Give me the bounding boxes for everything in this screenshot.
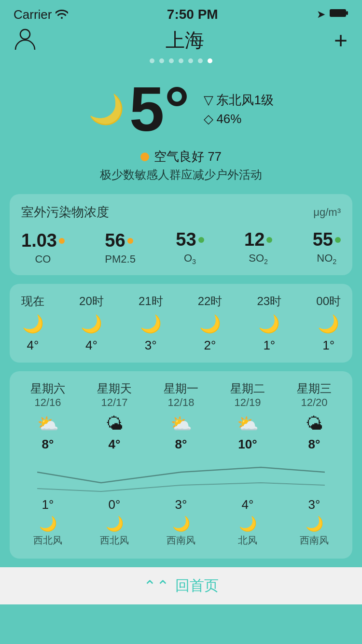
humidity-info: ◇ 46% bbox=[204, 112, 273, 126]
footer[interactable]: ⌃⌃ 回首页 bbox=[0, 567, 362, 604]
weekly-low-grid: 1° 🌙 西北风 0° 🌙 西北风 3° 🌙 西南风 4° 🌙 北风 3° 🌙 … bbox=[21, 497, 341, 547]
hourly-moon-3: 🌙 bbox=[198, 314, 223, 334]
hourly-card: 现在 🌙 4° 20时 🌙 4° 21时 🌙 3° 22时 🌙 2° 23时 🌙… bbox=[10, 284, 352, 363]
no2-indicator bbox=[335, 237, 341, 243]
pm25-indicator bbox=[127, 238, 133, 244]
hourly-item-1: 20时 🌙 4° bbox=[79, 294, 104, 353]
city-title: 上海 bbox=[166, 27, 204, 54]
aqi-line: 空气良好 77 bbox=[0, 148, 362, 165]
low-item-0: 1° 🌙 西北风 bbox=[21, 497, 74, 547]
wifi-signal-icon bbox=[56, 7, 68, 22]
low-moon-2: 🌙 bbox=[154, 515, 208, 532]
wind-info: ▽ 东北风1级 bbox=[204, 92, 273, 109]
pollution-header: 室外污染物浓度 μg/m³ bbox=[21, 204, 341, 221]
status-bar: Carrier 7:50 PM ➤ bbox=[0, 0, 362, 23]
drop-icon: ◇ bbox=[204, 112, 213, 126]
aqi-desc: 极少数敏感人群应减少户外活动 bbox=[0, 167, 362, 182]
dot-3 bbox=[169, 58, 174, 63]
hourly-moon-5: 🌙 bbox=[316, 314, 341, 334]
hourly-item-0: 现在 🌙 4° bbox=[21, 294, 44, 353]
hourly-item-5: 00时 🌙 1° bbox=[316, 294, 341, 353]
wind-label: 东北风1级 bbox=[216, 92, 273, 109]
weather-details: ▽ 东北风1级 ◇ 46% bbox=[204, 92, 273, 126]
weekly-cloud-3: ⛅ bbox=[221, 414, 274, 434]
low-item-3: 4° 🌙 北风 bbox=[221, 497, 274, 547]
weekly-item-0: 星期六 12/16 ⛅ 8° bbox=[21, 381, 74, 454]
so2-indicator bbox=[266, 237, 272, 243]
dot-4 bbox=[179, 58, 183, 63]
hourly-item-4: 23时 🌙 1° bbox=[257, 294, 281, 353]
battery-icon bbox=[329, 8, 348, 21]
temperature: 5° bbox=[129, 78, 189, 140]
chevron-up-icon: ⌃⌃ bbox=[143, 577, 169, 595]
low-item-4: 3° 🌙 西南风 bbox=[288, 497, 341, 547]
dot-2 bbox=[159, 58, 164, 63]
header: 上海 + bbox=[0, 23, 362, 56]
low-moon-4: 🌙 bbox=[288, 515, 341, 532]
status-time: 7:50 PM bbox=[167, 7, 218, 22]
footer-label: 回首页 bbox=[175, 576, 219, 596]
weekly-cloud-2: ⛅ bbox=[154, 414, 208, 434]
dot-5 bbox=[188, 58, 193, 63]
weekly-cloud-0: ⛅ bbox=[21, 414, 74, 434]
pollution-co: 1.03 CO bbox=[21, 230, 65, 266]
weekly-item-2: 星期一 12/18 ⛅ 8° bbox=[154, 381, 208, 454]
co-indicator bbox=[59, 238, 65, 244]
pollution-pm25: 56 PM2.5 bbox=[105, 230, 136, 266]
dot-6 bbox=[198, 58, 203, 63]
low-moon-3: 🌙 bbox=[221, 515, 274, 532]
weekly-item-3: 星期二 12/19 ⛅ 10° bbox=[221, 381, 274, 454]
svg-rect-0 bbox=[330, 9, 346, 17]
aqi-section: 空气良好 77 极少数敏感人群应减少户外活动 bbox=[0, 140, 362, 185]
weekly-sun-1: 🌤 bbox=[88, 414, 141, 434]
dot-1 bbox=[150, 58, 154, 63]
hourly-moon-1: 🌙 bbox=[79, 314, 104, 334]
dot-7 bbox=[208, 58, 212, 63]
hourly-grid: 现在 🌙 4° 20时 🌙 4° 21时 🌙 3° 22时 🌙 2° 23时 🌙… bbox=[21, 294, 341, 353]
weekly-card: 星期六 12/16 ⛅ 8° 星期天 12/17 🌤 4° 星期一 12/18 … bbox=[10, 371, 352, 559]
location-arrow-icon: ➤ bbox=[317, 8, 325, 21]
low-item-1: 0° 🌙 西北风 bbox=[88, 497, 141, 547]
page-dots bbox=[0, 56, 362, 68]
weekly-item-1: 星期天 12/17 🌤 4° bbox=[88, 381, 141, 454]
low-moon-0: 🌙 bbox=[21, 515, 74, 532]
pollution-grid: 1.03 CO 56 PM2.5 53 O3 12 SO2 bbox=[21, 229, 341, 266]
o3-indicator bbox=[198, 237, 204, 243]
hourly-moon-2: 🌙 bbox=[139, 314, 163, 334]
low-moon-1: 🌙 bbox=[88, 515, 141, 532]
carrier: Carrier bbox=[14, 7, 68, 22]
pollution-no2: 55 NO2 bbox=[313, 229, 341, 266]
status-right: ➤ bbox=[317, 8, 348, 21]
svg-point-2 bbox=[20, 29, 30, 39]
hourly-moon-4: 🌙 bbox=[257, 314, 281, 334]
add-button[interactable]: + bbox=[334, 29, 348, 52]
hourly-item-2: 21时 🌙 3° bbox=[139, 294, 163, 353]
weekly-item-4: 星期三 12/20 🌤 8° bbox=[288, 381, 341, 454]
pollution-o3: 53 O3 bbox=[176, 229, 204, 266]
hourly-moon-0: 🌙 bbox=[21, 314, 44, 334]
low-item-2: 3° 🌙 西南风 bbox=[154, 497, 208, 547]
weekly-sun-4: 🌤 bbox=[288, 414, 341, 434]
svg-rect-1 bbox=[346, 11, 348, 15]
pollution-card: 室外污染物浓度 μg/m³ 1.03 CO 56 PM2.5 53 O3 bbox=[10, 194, 352, 275]
user-icon[interactable] bbox=[14, 28, 36, 54]
weather-main: 🌙 5° ▽ 东北风1级 ◇ 46% bbox=[0, 68, 362, 140]
aqi-label: 空气良好 77 bbox=[154, 148, 222, 165]
pollution-so2: 12 SO2 bbox=[244, 229, 272, 266]
wind-triangle-icon: ▽ bbox=[204, 93, 213, 108]
pollution-unit: μg/m³ bbox=[313, 206, 341, 219]
weekly-chart bbox=[21, 459, 341, 492]
weekly-high-grid: 星期六 12/16 ⛅ 8° 星期天 12/17 🌤 4° 星期一 12/18 … bbox=[21, 381, 341, 454]
aqi-dot bbox=[140, 153, 149, 161]
pollution-title: 室外污染物浓度 bbox=[21, 204, 109, 221]
weather-icon: 🌙 bbox=[88, 92, 125, 126]
hourly-item-3: 22时 🌙 2° bbox=[198, 294, 223, 353]
humidity-value: 46% bbox=[216, 112, 241, 126]
